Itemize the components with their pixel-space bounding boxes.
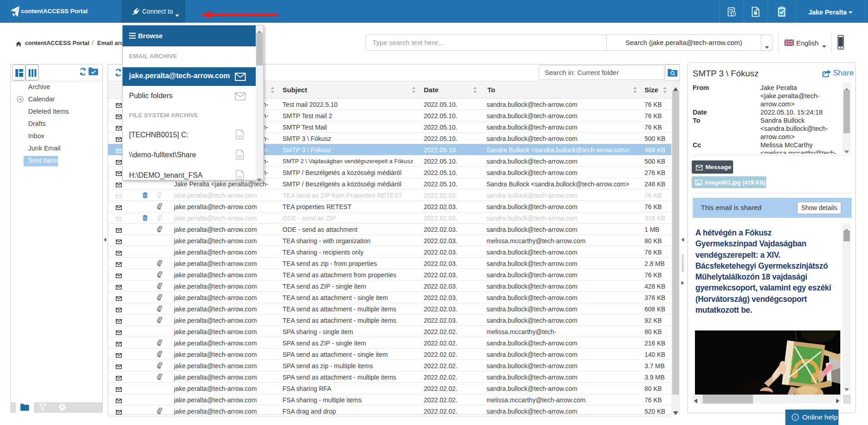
svg-text:i: i: [794, 415, 796, 420]
